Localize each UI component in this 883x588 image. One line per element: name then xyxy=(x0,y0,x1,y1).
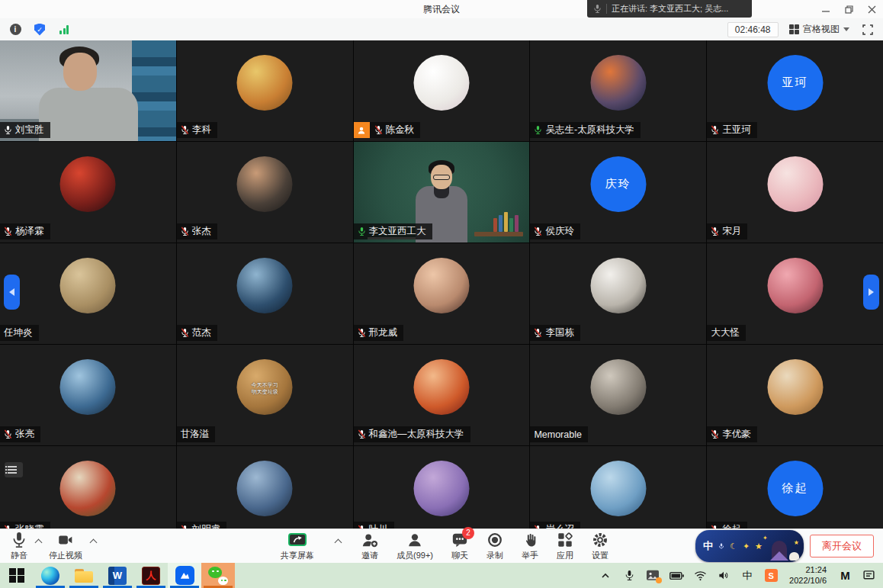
participant-tile[interactable]: 刘明睿 xyxy=(177,446,353,529)
share-screen-options-chevron[interactable] xyxy=(332,531,343,554)
stop-video-options-chevron[interactable] xyxy=(88,531,98,554)
moon-icon[interactable]: ☾ xyxy=(730,541,737,551)
close-button[interactable] xyxy=(860,0,883,18)
participant-name: 刘宝胜 xyxy=(15,124,44,137)
participant-name-label: 刘宝胜 xyxy=(0,122,50,138)
participant-tile[interactable]: 张杰 xyxy=(177,142,353,243)
participant-name-label: 范杰 xyxy=(177,325,217,341)
stop-video-button[interactable]: 停止视频 xyxy=(49,532,82,561)
taskbar-app-explorer[interactable] xyxy=(67,563,101,588)
tray-wifi-icon[interactable] xyxy=(692,567,708,584)
previous-page-arrow[interactable] xyxy=(4,275,20,310)
avatar xyxy=(413,461,469,516)
participant-tile[interactable]: 杨泽霖 xyxy=(0,142,176,243)
tray-volume-icon[interactable] xyxy=(715,567,732,584)
ime-toolbar[interactable]: 中 ☾ ✦ ★ ✦ ★ xyxy=(695,530,804,562)
participant-tile-content: 张杰 xyxy=(177,142,353,243)
info-icon[interactable]: i xyxy=(8,23,23,37)
participant-tile[interactable]: 刘宝胜 xyxy=(0,40,176,141)
participant-name-label: 任坤炎 xyxy=(0,325,39,341)
participant-name-label: 王亚珂 xyxy=(707,122,757,138)
participant-tile[interactable]: 大大怪 xyxy=(707,243,883,344)
camera-icon xyxy=(56,532,75,548)
participant-tile[interactable]: 范杰 xyxy=(177,243,353,344)
participant-tile[interactable]: 李优豪 xyxy=(707,345,883,445)
share-screen-button[interactable]: 共享屏幕 xyxy=(281,532,314,561)
mute-options-chevron[interactable] xyxy=(33,531,43,554)
taskbar-app-acrobat[interactable]: 人 xyxy=(134,563,168,588)
participant-name-label: 张亮 xyxy=(0,426,40,442)
tray-battery-icon[interactable] xyxy=(668,567,685,584)
apps-button[interactable]: 应用 xyxy=(557,532,573,561)
network-quality-icon[interactable] xyxy=(56,23,72,37)
participant-tile[interactable]: 张晓霞 xyxy=(0,446,176,529)
participant-tile[interactable]: 李科 xyxy=(177,40,353,141)
fullscreen-icon[interactable] xyxy=(860,23,875,37)
raise-hand-label: 举手 xyxy=(522,550,538,561)
participant-tile[interactable]: 今天不学习明天变垃圾甘洛溢 xyxy=(177,345,353,445)
mic-on-icon xyxy=(4,125,12,135)
avatar: 亚珂 xyxy=(767,55,823,111)
participant-name-label: 刘明睿 xyxy=(177,522,227,529)
caret-down-icon xyxy=(843,27,849,31)
minimize-button[interactable] xyxy=(814,0,837,18)
taskbar-app-start[interactable] xyxy=(0,563,34,588)
leave-meeting-button[interactable]: 离开会议 xyxy=(810,535,874,557)
participant-name-label: Memorable xyxy=(530,426,588,442)
participant-tile[interactable]: 和鑫池—太原科技大学 xyxy=(354,345,530,445)
participant-tile[interactable]: 吴志生-太原科技大学 xyxy=(530,40,706,141)
participant-tile[interactable]: 任坤炎 xyxy=(0,243,176,344)
next-page-arrow[interactable] xyxy=(863,275,879,310)
participant-tile[interactable]: 亚珂王亚珂 xyxy=(707,40,883,141)
taskbar-app-wechat[interactable] xyxy=(201,563,235,588)
settings-button[interactable]: 设置 xyxy=(592,532,608,561)
m-logo-tray-icon[interactable]: M xyxy=(836,567,853,584)
view-mode-switch[interactable]: 宫格视图 xyxy=(789,23,850,36)
security-shield-icon[interactable]: ✓ xyxy=(32,23,47,37)
restore-button[interactable] xyxy=(837,0,860,18)
participant-name-label: 甘洛溢 xyxy=(177,426,216,442)
participant-tile[interactable]: 李文亚西工大 xyxy=(354,142,530,243)
participant-tile[interactable]: 岩么迢 xyxy=(530,446,706,529)
outfit-icon[interactable]: ✦ xyxy=(743,541,750,551)
ime-language-indicator[interactable]: 中 xyxy=(739,567,756,584)
invite-button[interactable]: 邀请 xyxy=(361,532,378,561)
ime-mode-indicator[interactable]: 中 xyxy=(703,539,713,553)
layout-list-icon[interactable] xyxy=(5,462,23,477)
participant-tile[interactable]: 宋月 xyxy=(707,142,883,243)
participant-tile[interactable]: 邢龙威 xyxy=(354,243,530,344)
mute-button[interactable]: 静音 xyxy=(11,532,27,561)
taskbar-clock[interactable]: 21:24 2022/10/6 xyxy=(786,565,830,586)
chat-button[interactable]: 2聊天 xyxy=(451,532,468,561)
chat-unread-badge: 2 xyxy=(462,527,474,539)
ime-mic-icon[interactable] xyxy=(718,542,724,551)
participant-tile[interactable]: 陈金秋 xyxy=(354,40,530,141)
ime-skin-art: ✦ ★ xyxy=(761,532,801,562)
avatar xyxy=(413,258,469,313)
mic-muted-icon xyxy=(711,125,719,135)
mic-muted-icon xyxy=(534,328,542,338)
taskbar-app-meeting[interactable] xyxy=(168,563,201,588)
avatar xyxy=(237,461,293,516)
participant-name: 陈金秋 xyxy=(386,124,415,137)
tray-chevron-up-icon[interactable] xyxy=(597,567,614,584)
tray-mic-icon[interactable] xyxy=(621,567,637,584)
participant-tile[interactable]: 庆玲侯庆玲 xyxy=(530,142,706,243)
sogou-ime-icon[interactable]: S xyxy=(763,567,779,584)
participant-tile[interactable]: Memorable xyxy=(530,345,706,445)
tray-photo-icon[interactable] xyxy=(644,567,661,584)
participant-tile[interactable]: 李国栋 xyxy=(530,243,706,344)
action-center-icon[interactable] xyxy=(860,567,877,584)
participant-tile[interactable]: 徐起徐起 xyxy=(707,446,883,529)
participant-name: 李文亚西工大 xyxy=(369,225,426,238)
taskbar-app-word[interactable]: W xyxy=(101,563,134,588)
mute-label: 静音 xyxy=(11,550,27,561)
participant-tile-content: 陈金秋 xyxy=(354,40,530,141)
record-button[interactable]: 录制 xyxy=(486,532,503,561)
participant-tile[interactable]: 张亮 xyxy=(0,345,176,445)
members-button[interactable]: 成员(99+) xyxy=(397,532,433,561)
taskbar-app-edge[interactable] xyxy=(34,563,67,588)
participant-tile[interactable]: 叶川 xyxy=(354,446,530,529)
participant-name: 任坤炎 xyxy=(4,326,33,339)
raise-hand-button[interactable]: 举手 xyxy=(522,532,538,561)
